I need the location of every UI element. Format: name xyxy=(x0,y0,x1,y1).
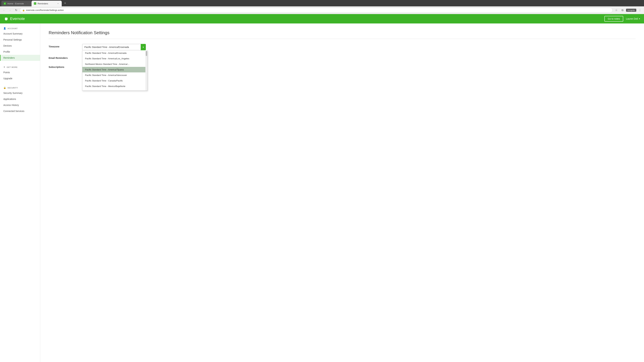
tab-2-label: Reminders xyxy=(38,2,48,5)
forward-button[interactable]: → xyxy=(8,8,12,12)
svg-point-7 xyxy=(5,17,6,19)
evernote-elephant-icon xyxy=(4,16,8,21)
svg-rect-8 xyxy=(5,19,6,20)
sidebar-section-get-more: ✦ GET MORE Points Upgrade xyxy=(0,62,40,83)
browser-tab-1[interactable]: E Home - Evernote × xyxy=(1,1,32,6)
address-bar[interactable]: 🔒 evernote.com/ReminderSettings.action xyxy=(20,8,613,13)
sidebar-item-upgrade[interactable]: Upgrade xyxy=(0,75,40,81)
email-reminders-label: Email Reminders xyxy=(49,55,82,59)
sidebar: 👤 ACCOUNT Account Summary Personal Setti… xyxy=(0,23,40,362)
sidebar-section-security-header: 🔒 SECURITY xyxy=(0,85,40,90)
sidebar-item-points[interactable]: Points xyxy=(0,69,40,75)
timezone-option-5[interactable]: Pacific Standard Time - America/Vancouve… xyxy=(82,72,148,78)
app-header: Evernote Go to notes Lauren Deli ▾ xyxy=(0,14,644,23)
sidebar-section-get-more-header: ✦ GET MORE xyxy=(0,65,40,69)
user-name: Lauren Deli xyxy=(626,17,638,20)
tab-1-close[interactable]: × xyxy=(26,2,29,5)
back-button[interactable]: ← xyxy=(2,8,6,12)
browser-tabs: E Home - Evernote × E Reminders × + xyxy=(0,0,644,6)
timezone-option-8[interactable]: Pacific Standard Time - PST xyxy=(82,89,148,90)
sidebar-item-account-summary[interactable]: Account Summary xyxy=(0,31,40,37)
go-to-notes-button[interactable]: Go to notes xyxy=(604,16,623,22)
timezone-option-2[interactable]: Pacific Standard Time - America/Los_Ange… xyxy=(82,56,148,61)
star-button[interactable]: ☆ xyxy=(614,8,619,12)
svg-text:E: E xyxy=(4,3,5,4)
sidebar-item-access-history[interactable]: Access History xyxy=(0,102,40,108)
sidebar-section-security: 🔒 SECURITY Security Summary Applications… xyxy=(0,83,40,115)
main-layout: 👤 ACCOUNT Account Summary Personal Setti… xyxy=(0,23,644,362)
timezone-select-button[interactable]: Pacific Standard Time - America/Ensenada… xyxy=(82,44,146,50)
timezone-label: Timezone xyxy=(49,44,82,48)
evernote-logo: Evernote xyxy=(4,16,25,21)
browser-tab-2[interactable]: E Reminders × xyxy=(32,1,62,6)
account-section-label: ACCOUNT xyxy=(8,27,18,29)
get-more-section-label: GET MORE xyxy=(7,66,18,68)
app-container: Evernote Go to notes Lauren Deli ▾ 👤 ACC… xyxy=(0,14,644,362)
page-divider xyxy=(49,39,636,39)
main-content: Reminders Notification Settings Timezone… xyxy=(40,23,644,362)
browser-toolbar: ← → ↻ 🔒 evernote.com/ReminderSettings.ac… xyxy=(0,6,644,14)
tab-1-label: Home - Evernote xyxy=(8,2,24,5)
add-tab-button[interactable]: + xyxy=(63,1,68,5)
evernote-favicon-2: E xyxy=(34,2,36,5)
sidebar-item-profile[interactable]: Profile xyxy=(0,49,40,55)
svg-point-6 xyxy=(6,18,8,19)
menu-button[interactable]: ⋮ xyxy=(638,8,642,12)
timezone-option-7[interactable]: Pacific Standard Time - Mexico/BajaNorte xyxy=(82,83,148,89)
security-section-icon: 🔒 xyxy=(3,86,6,89)
dropdown-arrow-icon: ▾ xyxy=(141,44,146,50)
sidebar-item-devices[interactable]: Devices xyxy=(0,43,40,49)
subscriptions-label: Subscriptions xyxy=(49,64,82,68)
sidebar-item-applications[interactable]: Applications xyxy=(0,96,40,102)
security-section-label: SECURITY xyxy=(8,87,18,89)
page-title: Reminders Notification Settings xyxy=(49,30,636,35)
url-text: evernote.com/ReminderSettings.action xyxy=(26,9,64,11)
refresh-button[interactable]: ↻ xyxy=(14,8,18,12)
user-menu[interactable]: Lauren Deli ▾ xyxy=(626,17,640,20)
timezone-option-6[interactable]: Pacific Standard Time - Canada/Pacific xyxy=(82,78,148,83)
timezone-option-3[interactable]: Northwest Mexico Standard Time - America… xyxy=(82,61,148,67)
timezone-selected-value: Pacific Standard Time - America/Ensenada xyxy=(84,46,129,48)
dropdown-scrollbar[interactable] xyxy=(146,50,148,90)
timezone-dropdown-scroll[interactable]: Pacific Standard Time - America/Ensenada… xyxy=(82,50,148,90)
sidebar-item-security-summary[interactable]: Security Summary xyxy=(0,90,40,96)
timezone-section: Timezone Pacific Standard Time - America… xyxy=(49,44,636,50)
sidebar-item-connected-services[interactable]: Connected Services xyxy=(0,108,40,114)
evernote-favicon-1: E xyxy=(4,2,6,5)
timezone-option-4[interactable]: Pacific Standard Time - America/Tijuana xyxy=(82,67,148,72)
timezone-dropdown-menu: Pacific Standard Time - America/Ensenada… xyxy=(82,50,148,91)
dropdown-scrollbar-thumb xyxy=(146,51,147,56)
browser-chrome: E Home - Evernote × E Reminders × + ← → … xyxy=(0,0,644,14)
lock-icon: 🔒 xyxy=(22,9,25,11)
svg-text:E: E xyxy=(34,3,36,4)
split-button[interactable]: ⧉ xyxy=(620,8,625,12)
user-menu-chevron: ▾ xyxy=(639,17,640,20)
timezone-dropdown-wrapper: Pacific Standard Time - America/Ensenada… xyxy=(82,44,146,50)
logo-text: Evernote xyxy=(10,16,25,21)
get-more-section-icon: ✦ xyxy=(3,66,5,68)
sidebar-section-account-header: 👤 ACCOUNT xyxy=(0,26,40,31)
incognito-badge: Incognito xyxy=(626,9,636,12)
account-section-icon: 👤 xyxy=(3,27,6,30)
timezone-option-1[interactable]: Pacific Standard Time - America/Ensenada xyxy=(82,50,148,56)
sidebar-item-personal-settings[interactable]: Personal Settings xyxy=(0,37,40,43)
sidebar-item-reminders[interactable]: Reminders xyxy=(0,55,40,61)
header-actions: Go to notes Lauren Deli ▾ xyxy=(604,16,640,22)
tab-2-close[interactable]: × xyxy=(57,2,59,5)
sidebar-section-account: 👤 ACCOUNT Account Summary Personal Setti… xyxy=(0,23,40,62)
